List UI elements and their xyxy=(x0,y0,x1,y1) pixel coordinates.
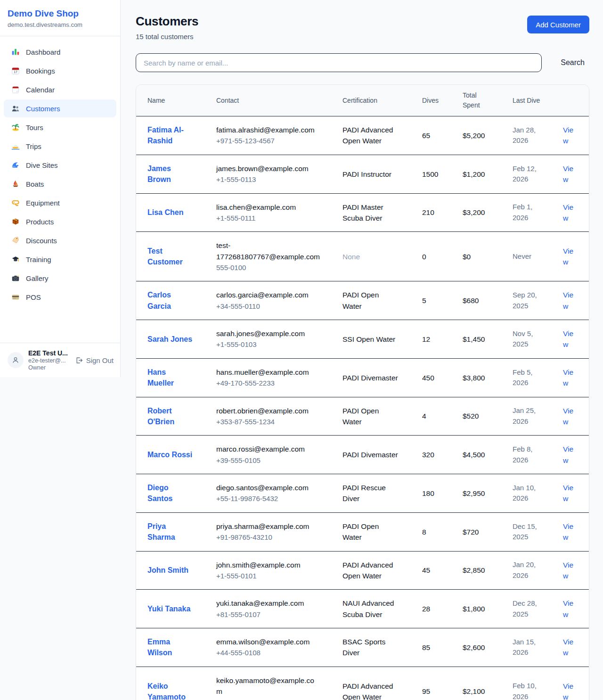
actions-cell: View xyxy=(552,628,589,667)
customer-name-link[interactable]: Test Customer xyxy=(147,247,183,266)
customer-email: priya.sharma@example.com xyxy=(216,521,320,532)
view-customer-link[interactable]: View xyxy=(563,329,573,348)
sidebar-item-training[interactable]: Training xyxy=(4,250,116,268)
customer-name-link[interactable]: Priya Sharma xyxy=(147,522,175,541)
sign-out-button[interactable]: Sign Out xyxy=(75,356,114,364)
sign-out-icon xyxy=(75,356,83,364)
column-header-total-spent: Total Spent xyxy=(451,85,501,116)
last-dive-cell: Feb 10, 2026 xyxy=(501,667,552,700)
add-customer-button[interactable]: Add Customer xyxy=(527,16,589,33)
customer-email: robert.obrien@example.com xyxy=(216,405,320,416)
sidebar-item-products[interactable]: Products xyxy=(4,213,116,231)
sidebar-nav: Dashboard 17 Bookings Calendar Customers… xyxy=(0,36,120,343)
column-header-contact: Contact xyxy=(205,85,331,116)
view-customer-link[interactable]: View xyxy=(563,368,573,387)
customer-phone: +1-555-0113 xyxy=(216,174,320,185)
view-customer-link[interactable]: View xyxy=(563,445,573,464)
training-icon xyxy=(11,255,20,264)
sidebar-item-customers[interactable]: Customers xyxy=(4,99,116,117)
customers-icon xyxy=(11,104,20,113)
view-customer-link[interactable]: View xyxy=(563,203,573,222)
dives-cell: 12 xyxy=(411,320,451,359)
customer-count: 15 total customers xyxy=(136,33,198,41)
customer-email: sarah.jones@example.com xyxy=(216,328,320,339)
contact-cell: john.smith@example.com+1-555-0101 xyxy=(205,551,331,590)
customer-name-link[interactable]: Emma Wilson xyxy=(147,638,172,657)
sidebar-item-dashboard[interactable]: Dashboard xyxy=(4,43,116,61)
sidebar-item-calendar[interactable]: Calendar xyxy=(4,81,116,99)
dives-cell: 5 xyxy=(411,281,451,320)
total-spent-cell: $1,200 xyxy=(451,155,501,193)
sidebar-item-discounts[interactable]: Discounts xyxy=(4,231,116,249)
view-customer-link[interactable]: View xyxy=(563,126,573,145)
view-customer-link[interactable]: View xyxy=(563,291,573,310)
sidebar-item-trips[interactable]: Trips xyxy=(4,137,116,155)
customer-email: carlos.garcia@example.com xyxy=(216,289,320,300)
certification-cell: NAUI Advanced Scuba Diver xyxy=(331,590,411,628)
customer-name-link[interactable]: Fatima Al-Rashid xyxy=(147,126,184,145)
search-input[interactable] xyxy=(136,53,542,72)
last-dive-cell: Feb 1, 2026 xyxy=(501,193,552,232)
view-customer-link[interactable]: View xyxy=(563,522,573,541)
actions-cell: View xyxy=(552,436,589,474)
search-button[interactable]: Search xyxy=(556,56,589,70)
name-cell: Yuki Tanaka xyxy=(136,590,205,628)
customer-name-link[interactable]: Marco Rossi xyxy=(147,451,192,459)
name-cell: James Brown xyxy=(136,155,205,193)
customer-name-link[interactable]: Sarah Jones xyxy=(147,335,192,343)
table-row: John Smithjohn.smith@example.com+1-555-0… xyxy=(136,551,589,590)
tours-icon xyxy=(11,123,20,132)
customer-name-link[interactable]: Robert O'Brien xyxy=(147,407,174,426)
customer-phone: +91-98765-43210 xyxy=(216,532,320,543)
name-cell: Priya Sharma xyxy=(136,512,205,551)
customer-phone: +49-170-555-2233 xyxy=(216,378,320,389)
customer-name-link[interactable]: Carlos Garcia xyxy=(147,291,171,310)
sidebar-item-dive-sites[interactable]: Dive Sites xyxy=(4,156,116,174)
user-name: E2E Test U... xyxy=(28,349,70,357)
name-cell: Lisa Chen xyxy=(136,193,205,232)
sidebar-item-gallery[interactable]: Gallery xyxy=(4,269,116,287)
equipment-icon xyxy=(11,198,20,207)
total-spent-cell: $720 xyxy=(451,512,501,551)
sidebar-item-label: Boats xyxy=(26,180,44,188)
page-title: Customers xyxy=(136,14,198,29)
customer-name-link[interactable]: Hans Mueller xyxy=(147,368,174,387)
sidebar-item-tours[interactable]: Tours xyxy=(4,118,116,136)
dives-cell: 85 xyxy=(411,628,451,667)
table-row: Carlos Garciacarlos.garcia@example.com+3… xyxy=(136,281,589,320)
customer-name-link[interactable]: Lisa Chen xyxy=(147,208,183,216)
avatar xyxy=(8,352,24,368)
actions-cell: View xyxy=(552,116,589,155)
sidebar-item-equipment[interactable]: Equipment xyxy=(4,194,116,212)
sidebar-item-pos[interactable]: POS xyxy=(4,288,116,306)
last-dive-cell: Feb 12, 2026 xyxy=(501,155,552,193)
sidebar-item-bookings[interactable]: 17 Bookings xyxy=(4,62,116,80)
view-customer-link[interactable]: View xyxy=(563,247,573,266)
last-dive-cell: Dec 15, 2025 xyxy=(501,512,552,551)
name-cell: Marco Rossi xyxy=(136,436,205,474)
view-customer-link[interactable]: View xyxy=(563,682,573,700)
customer-name-link[interactable]: Diego Santos xyxy=(147,484,172,502)
last-dive-cell: Nov 5, 2025 xyxy=(501,320,552,359)
sidebar-item-boats[interactable]: Boats xyxy=(4,175,116,193)
view-customer-link[interactable]: View xyxy=(563,599,573,618)
actions-cell: View xyxy=(552,155,589,193)
customer-phone: 555-0100 xyxy=(216,263,320,273)
customer-name-link[interactable]: Yuki Tanaka xyxy=(147,605,190,613)
customer-name-link[interactable]: John Smith xyxy=(147,566,188,574)
view-customer-link[interactable]: View xyxy=(563,165,573,183)
dives-cell: 1500 xyxy=(411,155,451,193)
view-customer-link[interactable]: View xyxy=(563,561,573,580)
person-icon xyxy=(11,356,20,364)
view-customer-link[interactable]: View xyxy=(563,407,573,426)
dives-cell: 65 xyxy=(411,116,451,155)
view-customer-link[interactable]: View xyxy=(563,484,573,502)
user-email: e2e-tester@... xyxy=(28,357,70,364)
actions-cell: View xyxy=(552,358,589,397)
view-customer-link[interactable]: View xyxy=(563,638,573,657)
table-row: Keiko Yamamotokeiko.yamamoto@example.com… xyxy=(136,667,589,700)
customer-name-link[interactable]: Keiko Yamamoto xyxy=(147,682,186,700)
customer-name-link[interactable]: James Brown xyxy=(147,165,171,183)
total-spent-cell: $1,800 xyxy=(451,590,501,628)
dives-cell: 180 xyxy=(411,474,451,513)
